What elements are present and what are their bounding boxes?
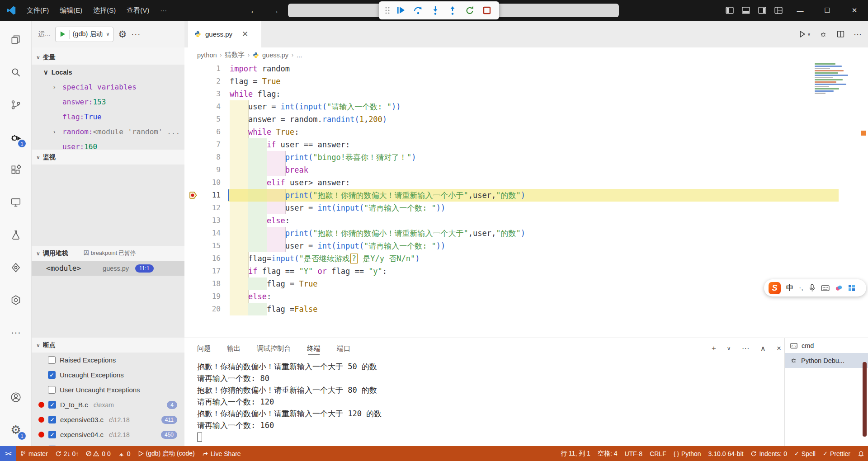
nav-forward-icon[interactable]: → bbox=[270, 5, 279, 16]
code-line[interactable]: 4 user = int(input("请输入一个数: ")) bbox=[184, 100, 868, 113]
status-python-interpreter[interactable]: 3.10.0 64-bit bbox=[705, 446, 747, 461]
terminal-list-scrollbar[interactable] bbox=[863, 362, 867, 437]
customize-layout-icon[interactable] bbox=[770, 0, 787, 21]
variable-row[interactable]: answer: 153 bbox=[32, 94, 184, 109]
breadcrumb-tail[interactable]: ... bbox=[297, 52, 302, 59]
debug-step-over-button[interactable] bbox=[411, 4, 425, 17]
code-line[interactable]: 10 elif user> answer: bbox=[184, 176, 868, 189]
status-prettier[interactable]: ✓Prettier bbox=[819, 446, 854, 461]
nav-back-icon[interactable]: ← bbox=[250, 5, 259, 16]
menu-item[interactable]: 选择(S) bbox=[88, 4, 121, 17]
breakpoint-checkbox[interactable] bbox=[48, 386, 56, 394]
breadcrumb-item[interactable]: guess.py bbox=[262, 52, 288, 59]
debug-more-actions-icon[interactable]: ··· bbox=[131, 29, 141, 39]
ime-language-toggle[interactable]: 中 bbox=[786, 283, 793, 293]
menu-item[interactable]: ··· bbox=[155, 4, 172, 17]
debug-step-into-button[interactable] bbox=[429, 4, 442, 17]
code-line[interactable]: 1import random bbox=[184, 62, 868, 75]
breakpoint-checkbox[interactable] bbox=[48, 356, 56, 364]
breakpoint-checkbox[interactable]: ✓ bbox=[48, 371, 56, 379]
breadcrumb[interactable]: python›猜数字›guess.py›... bbox=[184, 47, 868, 62]
status-git-sync[interactable]: 2↓ 0↑ bbox=[52, 446, 82, 461]
breakpoint-checkbox[interactable]: ✓ bbox=[48, 401, 56, 409]
minimap[interactable] bbox=[815, 63, 856, 95]
exception-breakpoint-row[interactable]: Raised Exceptions bbox=[32, 353, 184, 367]
window-close-button[interactable]: ✕ bbox=[841, 0, 868, 21]
code-line[interactable]: 13 else: bbox=[184, 214, 868, 227]
toggle-panel-icon[interactable] bbox=[738, 0, 754, 21]
source-control-icon[interactable] bbox=[5, 94, 27, 116]
breakpoint-checkbox[interactable]: ✓ bbox=[48, 431, 56, 438]
sogou-ime-logo[interactable]: S bbox=[769, 282, 781, 294]
explorer-icon[interactable] bbox=[5, 29, 27, 51]
code-line[interactable]: 12 user = int(input("请再输入一个数: ")) bbox=[184, 202, 868, 214]
ime-keyboard-icon[interactable] bbox=[821, 285, 830, 292]
ime-toolbox-icon[interactable] bbox=[848, 284, 855, 292]
code-line[interactable]: 15 user = int(input("请再输入一个数: ")) bbox=[184, 240, 868, 252]
exception-breakpoint-row[interactable]: ✓Uncaught Exceptions bbox=[32, 367, 184, 382]
debug-continue-button[interactable] bbox=[394, 4, 408, 17]
panel-tab-端口[interactable]: 端口 bbox=[337, 338, 350, 359]
status-live-share[interactable]: Live Share bbox=[198, 446, 245, 461]
accounts-icon[interactable] bbox=[5, 386, 27, 408]
status-eol[interactable]: CRLF bbox=[646, 446, 670, 461]
terminal-profile-dropdown-icon[interactable]: ∨ bbox=[727, 345, 731, 352]
status-debug-target[interactable]: (gdb) 启动 (code) bbox=[134, 446, 198, 461]
status-indents[interactable]: Indents: 0 bbox=[747, 446, 791, 461]
variable-row[interactable]: ›random: <module 'random' ... bbox=[32, 124, 184, 139]
ime-mic-icon[interactable] bbox=[809, 284, 816, 292]
close-panel-icon[interactable]: × bbox=[777, 344, 781, 353]
watch-section-header[interactable]: ∨ 监视 bbox=[32, 150, 184, 165]
debug-settings-gear-icon[interactable]: ⚙ bbox=[118, 29, 127, 40]
split-editor-icon[interactable] bbox=[837, 30, 844, 38]
code-line[interactable]: 6 while True: bbox=[184, 126, 868, 138]
tab-close-icon[interactable]: ✕ bbox=[242, 29, 248, 39]
debug-restart-button[interactable] bbox=[463, 4, 476, 17]
code-line[interactable]: 8 print("bingo!恭喜你！猜对了！") bbox=[184, 151, 868, 164]
toggle-secondary-sidebar-icon[interactable] bbox=[754, 0, 770, 21]
menu-item[interactable]: 文件(F) bbox=[22, 4, 54, 17]
status-notifications[interactable] bbox=[854, 446, 868, 461]
status-spell-checker[interactable]: ✓Spell bbox=[791, 446, 819, 461]
breakpoint-checkbox[interactable]: ✓ bbox=[48, 416, 56, 423]
file-breakpoint-row[interactable]: ✓expensive03.cc\12.18411 bbox=[32, 412, 184, 427]
remote-indicator[interactable]: >< bbox=[0, 446, 16, 461]
file-breakpoint-row[interactable]: ✓expensive04.cc\12.18450 bbox=[32, 427, 184, 442]
window-maximize-button[interactable]: ☐ bbox=[814, 0, 841, 21]
window-minimize-button[interactable]: — bbox=[787, 0, 814, 21]
code-line[interactable]: 5 answer = random.randint(1,200) bbox=[184, 113, 868, 126]
code-line[interactable]: 16 flag=input("是否继续游戏? 是Y/y 否N/n") bbox=[184, 252, 868, 265]
chatgpt-extension-icon[interactable] bbox=[5, 289, 27, 311]
code-line[interactable]: 7 if user == answer: bbox=[184, 138, 868, 151]
file-breakpoint-row[interactable]: ✓D_to_B.cc\exam4 bbox=[32, 397, 184, 412]
run-python-file-button[interactable]: ∨ bbox=[798, 30, 811, 38]
run-and-debug-icon[interactable]: 1 bbox=[5, 127, 27, 148]
code-line[interactable]: 3while flag: bbox=[184, 88, 868, 100]
ime-skin-icon[interactable] bbox=[835, 284, 843, 292]
variables-section-header[interactable]: ∨ 变量 bbox=[32, 50, 184, 65]
toggle-primary-sidebar-icon[interactable] bbox=[722, 0, 738, 21]
editor-more-actions-icon[interactable]: ··· bbox=[854, 29, 862, 39]
code-line[interactable]: 20 flag =False bbox=[184, 303, 868, 315]
code-editor[interactable]: 1import random2flag = True3while flag:4 … bbox=[184, 62, 868, 338]
testing-icon[interactable] bbox=[5, 224, 27, 246]
terminal-list-item[interactable]: Python Debu... bbox=[785, 353, 868, 368]
code-line[interactable]: 17 if flag == "Y" or flag == "y": bbox=[184, 265, 868, 278]
file-breakpoint-row[interactable]: ✓ bbox=[32, 442, 184, 446]
debug-stop-button[interactable] bbox=[480, 4, 494, 17]
panel-tab-调试控制台[interactable]: 调试控制台 bbox=[257, 338, 291, 359]
panel-more-actions-icon[interactable]: ··· bbox=[742, 344, 750, 353]
code-line[interactable]: 9 break bbox=[184, 164, 868, 176]
breadcrumb-item[interactable]: python bbox=[197, 52, 217, 59]
status-cursor-position[interactable]: 行 11, 列 1 bbox=[557, 446, 594, 461]
launch-config-dropdown[interactable]: (gdb) 启动 ∨ bbox=[55, 27, 114, 42]
debug-python-file-icon[interactable] bbox=[820, 30, 828, 38]
extensions-icon[interactable] bbox=[5, 159, 27, 181]
search-icon[interactable] bbox=[5, 61, 27, 83]
status-encoding[interactable]: UTF-8 bbox=[621, 446, 646, 461]
locals-group-row[interactable]: ∨Locals bbox=[32, 65, 184, 80]
debug-toolbar-drag-handle[interactable] bbox=[384, 6, 391, 15]
status-problems[interactable]: 0 0 bbox=[82, 446, 114, 461]
ime-punctuation-toggle[interactable]: ·, bbox=[799, 284, 803, 292]
breakpoints-section-header[interactable]: ∨ 断点 bbox=[32, 338, 184, 353]
